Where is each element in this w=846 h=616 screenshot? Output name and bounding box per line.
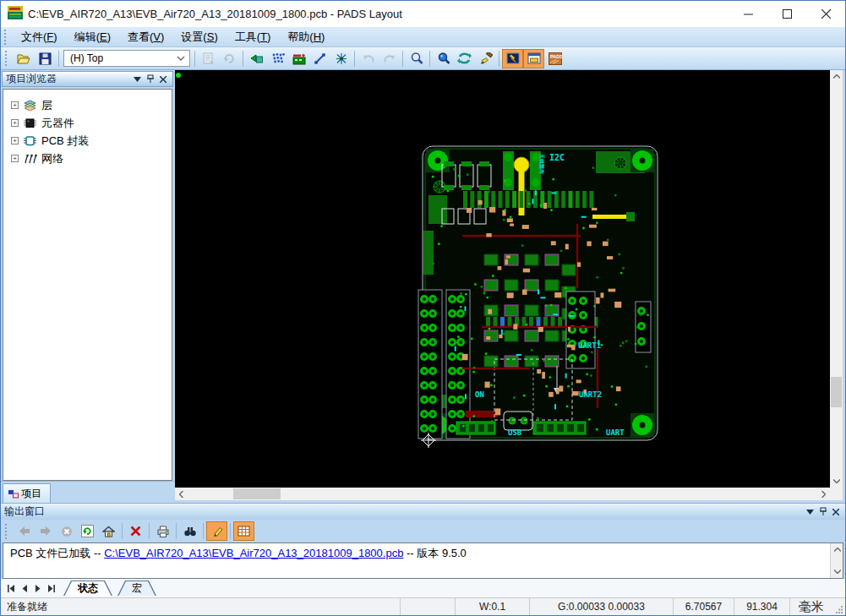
panel-close-icon[interactable] — [156, 74, 169, 85]
tab-last-icon[interactable] — [45, 581, 58, 595]
status-empty-cell — [400, 598, 455, 615]
tab-first-icon[interactable] — [4, 581, 18, 595]
tree-item-layers[interactable]: + 层 — [3, 96, 172, 114]
output-scroll-up-icon[interactable] — [831, 543, 843, 556]
pcb-design-canvas[interactable]: I2C天线禁布UART1UART2UARTUSBON — [175, 70, 830, 488]
layer-selector[interactable]: (H) Top — [63, 50, 190, 67]
vertical-scroll-thumb[interactable] — [831, 377, 842, 407]
board-setup-button[interactable] — [288, 49, 309, 68]
output-toolbar — [1, 520, 845, 542]
toolbar-grip[interactable] — [5, 51, 11, 66]
tree-item-components[interactable]: + 元器件 — [3, 114, 172, 132]
eco-mode-button[interactable] — [246, 49, 267, 68]
print-button[interactable] — [152, 521, 173, 541]
pcb-board-drawing: I2C天线禁布UART1UART2UARTUSBON — [175, 70, 830, 488]
output-toolbar-grip[interactable] — [5, 524, 11, 539]
output-scrollbar[interactable] — [830, 543, 843, 578]
svg-text:PADS: PADS — [550, 53, 562, 58]
toggle-output-window-button[interactable] — [523, 49, 544, 68]
output-menu-icon[interactable] — [804, 506, 816, 518]
menubar-grip[interactable] — [4, 30, 10, 45]
layers-icon — [23, 100, 37, 111]
refresh-button[interactable] — [77, 521, 98, 541]
update-button[interactable] — [219, 49, 240, 68]
project-tree: + 层 + 元器件 + PCB 封装 + 网络 — [3, 89, 172, 481]
menu-edit[interactable]: 编辑(E) — [66, 28, 119, 46]
scroll-right-icon[interactable] — [817, 488, 830, 500]
menu-help[interactable]: 帮助(H) — [279, 28, 333, 46]
menu-tools[interactable]: 工具(T) — [227, 28, 280, 46]
tree-label: 网络 — [41, 151, 63, 166]
find-button[interactable] — [179, 521, 200, 541]
status-line-width: W:0.1 — [455, 598, 529, 615]
svg-text:USB: USB — [508, 428, 522, 437]
output-message-prefix: PCB 文件已加载 -- — [10, 547, 104, 559]
zoom-button[interactable] — [406, 49, 427, 68]
open-file-button[interactable] — [14, 49, 35, 68]
toggle-project-browser-button[interactable] — [502, 49, 523, 68]
edit-pen-button[interactable] — [206, 521, 227, 541]
output-message-suffix: -- 版本 9.5.0 — [403, 547, 466, 559]
maximize-button[interactable] — [767, 1, 806, 27]
output-pin-icon[interactable] — [816, 506, 829, 518]
layer-selector-value: (H) Top — [70, 52, 103, 64]
tab-macro[interactable]: 宏 — [118, 581, 156, 597]
pads-home-button[interactable]: PADS — [544, 49, 565, 68]
forward-button[interactable] — [35, 521, 56, 541]
zoom-selection-button[interactable] — [433, 49, 454, 68]
panel-pin-icon[interactable] — [144, 74, 156, 85]
stop-button[interactable] — [56, 521, 77, 541]
save-button[interactable] — [35, 49, 56, 68]
output-message: PCB 文件已加载 -- C:\EVB_AIR720_A13\EVB_Air72… — [3, 543, 830, 578]
add-route-button[interactable] — [309, 49, 330, 68]
scroll-down-icon[interactable] — [830, 475, 843, 488]
panel-menu-icon[interactable] — [131, 74, 144, 85]
tree-item-nets[interactable]: + 网络 — [3, 150, 172, 167]
svg-text:UART1: UART1 — [578, 341, 601, 350]
minimize-button[interactable] — [729, 1, 767, 27]
redo-button[interactable] — [379, 49, 400, 68]
scroll-left-icon[interactable] — [175, 488, 188, 500]
refresh-view-button[interactable] — [454, 49, 475, 68]
close-button[interactable] — [806, 1, 845, 27]
tab-prev-icon[interactable] — [18, 581, 31, 595]
cluster-placement-button[interactable] — [267, 49, 288, 68]
home-button[interactable] — [98, 521, 119, 541]
fanout-button[interactable] — [330, 49, 352, 68]
vertical-scrollbar[interactable] — [830, 70, 843, 488]
project-browser-title: 项目浏览器 — [6, 72, 131, 86]
horizontal-scrollbar[interactable] — [175, 488, 830, 500]
app-window: C:\EVB_AIR720_A13\EVB_Air720_A13_2018100… — [0, 0, 846, 616]
output-close-icon[interactable] — [829, 506, 842, 518]
table-view-button[interactable] — [233, 521, 254, 541]
menu-view[interactable]: 查看(V) — [119, 28, 172, 46]
status-ready: 准备就绪 — [1, 598, 400, 615]
undo-button[interactable] — [358, 49, 379, 68]
expand-icon[interactable]: + — [11, 119, 19, 127]
output-scroll-down-icon[interactable] — [831, 565, 843, 578]
tree-item-decals[interactable]: + PCB 封装 — [3, 132, 172, 150]
title-bar: C:\EVB_AIR720_A13\EVB_Air720_A13_2018100… — [1, 1, 845, 27]
expand-icon[interactable]: + — [11, 137, 19, 144]
tab-next-icon[interactable] — [31, 581, 45, 595]
expand-icon[interactable]: + — [11, 155, 19, 162]
output-window-header: 输出窗口 — [1, 503, 845, 520]
horizontal-scroll-thumb[interactable] — [233, 488, 281, 499]
chevron-down-icon — [177, 56, 185, 61]
status-unit[interactable]: 毫米 — [789, 598, 832, 615]
menu-setup[interactable]: 设置(S) — [172, 28, 226, 46]
expand-icon[interactable]: + — [11, 101, 19, 109]
properties-button[interactable] — [198, 49, 219, 68]
resize-grip[interactable] — [832, 598, 845, 615]
delete-button[interactable] — [125, 521, 146, 541]
output-log: PCB 文件已加载 -- C:\EVB_AIR720_A13\EVB_Air72… — [3, 542, 843, 579]
menu-file[interactable]: 文件(F) — [13, 28, 66, 46]
redraw-brush-button[interactable] — [475, 49, 496, 68]
status-x-coordinate: 6.70567 — [673, 598, 734, 615]
pcb-file-link[interactable]: C:\EVB_AIR720_A13\EVB_Air720_A13_2018100… — [104, 547, 403, 559]
back-button[interactable] — [14, 521, 35, 541]
project-tab[interactable]: 项目 — [3, 483, 51, 503]
tab-status[interactable]: 状态 — [64, 581, 112, 597]
scroll-up-icon[interactable] — [830, 70, 843, 83]
window-title: C:\EVB_AIR720_A13\EVB_Air720_A13_2018100… — [28, 8, 729, 20]
